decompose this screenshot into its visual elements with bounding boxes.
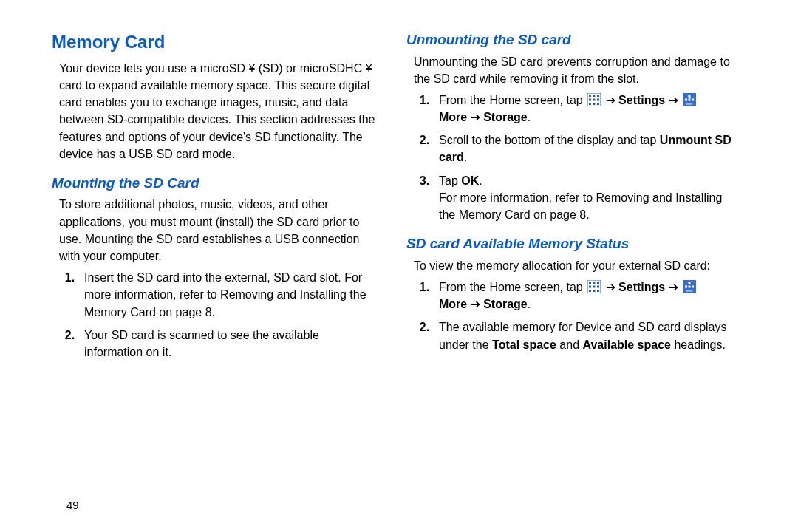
page: Memory Card Your device lets you use a m…	[0, 0, 798, 532]
step-text: Your SD card is scanned to see the avail…	[84, 329, 319, 358]
available-memory-steps: From the Home screen, tap ➔ Settings ➔ M…	[406, 279, 732, 353]
settings-label: Settings	[618, 94, 665, 106]
mounting-step-2: Your SD card is scanned to see the avail…	[81, 327, 377, 361]
mounting-step-1: Insert the SD card into the external, SD…	[81, 269, 377, 321]
svg-rect-1	[589, 95, 591, 97]
apps-icon	[587, 93, 601, 106]
ok-label: OK	[461, 174, 479, 187]
svg-rect-5	[593, 98, 596, 100]
svg-rect-3	[597, 95, 599, 97]
arrow-icon: ➔	[606, 281, 618, 293]
right-column: Unmounting the SD card Unmounting the SD…	[406, 30, 732, 517]
arrow-icon: ➔	[471, 111, 483, 123]
arrow-icon: ➔	[669, 94, 681, 106]
crossref-post: on page 8.	[531, 208, 590, 221]
more-label: More	[439, 298, 467, 310]
svg-rect-29	[689, 285, 691, 287]
more-tab-icon: More	[683, 93, 696, 106]
avail-step-2: The available memory for Device and SD c…	[436, 318, 732, 352]
svg-rect-4	[589, 98, 591, 100]
avail-step-1: From the Home screen, tap ➔ Settings ➔ M…	[436, 279, 732, 313]
mounting-steps: Insert the SD card into the external, SD…	[52, 269, 377, 361]
arrow-icon: ➔	[606, 94, 618, 106]
storage-label: Storage	[483, 298, 528, 310]
svg-rect-17	[589, 282, 591, 284]
step-text: From the Home screen, tap	[439, 94, 586, 106]
svg-rect-25	[597, 290, 599, 292]
total-space-label: Total space	[492, 338, 556, 351]
arrow-icon: ➔	[471, 298, 483, 310]
svg-rect-30	[692, 285, 694, 287]
unmount-step-1: From the Home screen, tap ➔ Settings ➔ M…	[436, 92, 732, 126]
svg-rect-2	[593, 95, 596, 97]
svg-rect-22	[597, 285, 599, 287]
step-text: .	[479, 174, 482, 187]
svg-rect-18	[593, 282, 596, 284]
step-text: headings.	[671, 338, 726, 351]
available-space-label: Available space	[583, 338, 671, 351]
settings-label: Settings	[618, 281, 665, 293]
svg-rect-20	[589, 285, 591, 287]
unmounting-steps: From the Home screen, tap ➔ Settings ➔ M…	[406, 92, 732, 223]
heading-available-memory: SD card Available Memory Status	[406, 233, 732, 254]
page-number: 49	[66, 499, 79, 511]
apps-icon	[587, 280, 601, 293]
intro-paragraph: Your device lets you use a microSD ¥ (SD…	[59, 60, 377, 163]
svg-rect-21	[593, 285, 596, 287]
heading-memory-card: Memory Card	[52, 30, 377, 55]
svg-rect-6	[597, 98, 599, 100]
unmount-step-2: Scroll to the bottom of the display and …	[436, 132, 732, 166]
mounting-paragraph: To store additional photos, music, video…	[59, 196, 377, 265]
more-tab-icon: More	[683, 280, 696, 293]
svg-rect-13	[689, 98, 691, 100]
step-text: From the Home screen, tap	[439, 281, 586, 293]
left-column: Memory Card Your device lets you use a m…	[52, 30, 377, 517]
crossref-pre: For more information, refer to	[439, 191, 596, 204]
svg-rect-19	[597, 282, 599, 284]
svg-rect-7	[589, 103, 591, 105]
unmounting-paragraph: Unmounting the SD card prevents corrupti…	[414, 53, 732, 87]
svg-rect-28	[685, 285, 687, 287]
svg-rect-14	[692, 98, 694, 100]
svg-rect-9	[597, 103, 599, 105]
heading-unmounting-sd: Unmounting the SD card	[406, 30, 732, 50]
svg-text:More: More	[686, 289, 694, 293]
svg-rect-11	[689, 95, 691, 98]
step-text: Scroll to the bottom of the display and …	[439, 134, 660, 146]
step-text: and	[556, 338, 583, 351]
available-memory-paragraph: To view the memory allocation for your e…	[414, 257, 732, 274]
svg-rect-27	[689, 282, 691, 284]
storage-label: Storage	[483, 111, 528, 123]
svg-rect-23	[589, 290, 591, 292]
step-text: .	[464, 151, 467, 163]
step-text: Tap	[439, 174, 461, 187]
svg-rect-8	[593, 103, 596, 105]
unmount-step-3: Tap OK. For more information, refer to R…	[436, 172, 732, 224]
more-label: More	[439, 111, 467, 123]
svg-rect-12	[685, 98, 687, 100]
step-text: on page 8.	[156, 306, 215, 318]
svg-rect-24	[593, 290, 596, 292]
svg-text:More: More	[686, 102, 694, 106]
heading-mounting-sd: Mounting the SD Card	[52, 173, 377, 194]
arrow-icon: ➔	[669, 281, 681, 293]
